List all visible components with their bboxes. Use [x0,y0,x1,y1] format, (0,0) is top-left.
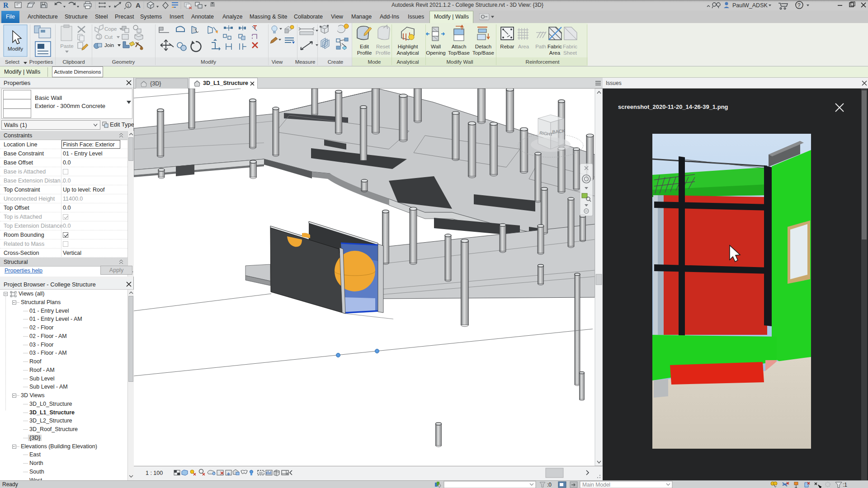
svg-text:Join: Join [104,42,114,48]
svg-text:Highlight: Highlight [398,44,419,49]
svg-text::0: :0 [547,482,552,488]
svg-text:Main Model: Main Model [582,482,610,488]
svg-text:PaulW_ADSK: PaulW_ADSK [732,2,768,9]
svg-text:Reinforcement: Reinforcement [526,59,560,65]
svg-text:Wall: Wall [431,44,441,49]
svg-text:Modify Wall: Modify Wall [447,59,473,65]
svg-text:R: R [3,1,9,9]
svg-text:Profile: Profile [376,50,391,56]
svg-text:Mode: Mode [368,59,381,65]
svg-text:Reset: Reset [376,44,390,49]
svg-text::1: :1 [843,482,847,488]
svg-text:Clipboard: Clipboard [62,59,85,65]
svg-text:Create: Create [328,59,344,65]
svg-text:Properties: Properties [29,59,53,65]
svg-text:Opening: Opening [426,50,445,56]
svg-text:Select: Select [5,59,20,65]
svg-text:Sheet: Sheet [563,50,577,56]
svg-text:A: A [136,1,141,9]
svg-text:Modify: Modify [201,59,216,65]
svg-text:Top/Base: Top/Base [472,50,494,56]
svg-text:Top/Base: Top/Base [448,50,470,56]
svg-text:Cope: Cope [104,26,117,32]
svg-text:Fabric: Fabric [547,44,562,49]
svg-text:Area: Area [549,50,561,56]
svg-text:Analytical: Analytical [396,59,419,65]
svg-text:Area: Area [518,44,529,49]
svg-text:Detach: Detach [475,44,491,49]
svg-text:Rebar: Rebar [500,44,514,49]
svg-text:?: ? [797,2,801,9]
svg-text:Path: Path [535,44,546,49]
svg-text:Measure: Measure [295,59,316,65]
svg-text:1: 1 [127,3,129,8]
svg-text:Cut: Cut [104,34,113,40]
svg-text:Attach: Attach [452,44,467,49]
svg-text:1 : 100: 1 : 100 [146,470,163,476]
svg-text:Paste: Paste [60,43,73,49]
svg-text:Fabric: Fabric [563,44,577,49]
svg-text:Edit: Edit [360,44,369,49]
svg-text:View: View [272,59,283,65]
svg-text:Modify: Modify [8,46,23,52]
svg-text:Analytical: Analytical [396,50,419,56]
svg-text:Profile: Profile [357,50,372,56]
svg-text:Geometry: Geometry [112,59,135,65]
